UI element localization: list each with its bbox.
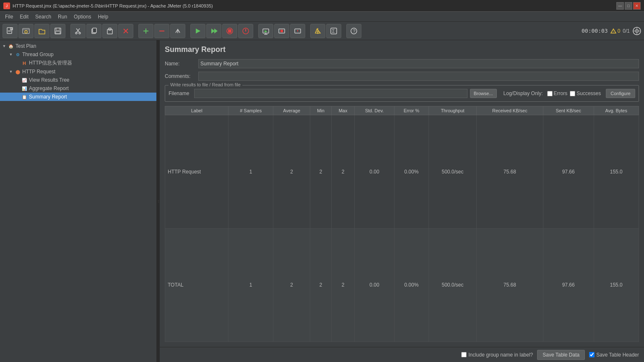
remove-button[interactable] <box>154 24 169 38</box>
include-group-checkbox[interactable] <box>461 352 467 357</box>
table-cell: 0.00 <box>355 115 394 229</box>
comments-input[interactable] <box>198 72 639 81</box>
new-button[interactable] <box>3 24 18 38</box>
comments-row: Comments: <box>165 72 639 81</box>
name-row: Name: <box>165 59 639 68</box>
table-cell: 0.00 <box>355 228 394 342</box>
svg-rect-15 <box>93 28 96 33</box>
table-cell: 97.66 <box>543 228 594 342</box>
help-button[interactable]: ? <box>346 24 361 38</box>
window-controls: — □ ✕ <box>616 2 641 10</box>
col-error-pct: Error % <box>394 106 429 115</box>
file-section-legend: Write results to file / Read from file <box>169 82 242 87</box>
browse-button[interactable]: Browse... <box>470 89 497 98</box>
data-table: Label # Samples Average Min Max Std. Dev… <box>165 106 639 342</box>
clear-button[interactable] <box>310 24 325 38</box>
svg-text:?: ? <box>353 28 356 34</box>
table-cell: 2 <box>273 115 310 229</box>
name-label: Name: <box>165 61 198 67</box>
file-row: Filename Browse... Log/Display Only: Err… <box>169 89 635 98</box>
sidebar-item-summary-report[interactable]: ▶ 📋 Summary Report <box>0 93 156 101</box>
run-no-pause-button[interactable] <box>206 24 221 38</box>
svg-point-12 <box>75 32 77 34</box>
col-throughput: Throughput <box>429 106 477 115</box>
open-templates-button[interactable] <box>18 24 34 38</box>
move-up-button[interactable] <box>170 24 185 38</box>
sidebar-item-http-request[interactable]: ▼ ⬤ HTTP Request <box>0 67 156 76</box>
menu-help[interactable]: Help <box>94 13 112 21</box>
table-cell: 0.00% <box>394 228 429 342</box>
add-button[interactable] <box>138 24 153 38</box>
function-helper-button[interactable]: Σ <box>326 24 341 38</box>
filename-input[interactable] <box>194 89 467 98</box>
col-samples: # Samples <box>229 106 273 115</box>
summary-icon: 📋 <box>21 93 28 100</box>
save-table-button[interactable]: Save Table Data <box>537 350 585 360</box>
table-row: TOTAL12220.000.00%500.0/sec75.6897.66155… <box>165 228 639 342</box>
col-max: Max <box>331 106 354 115</box>
table-cell: 75.68 <box>476 228 543 342</box>
menu-file[interactable]: File <box>2 13 16 21</box>
expand-arrow-thread-group: ▼ <box>8 52 13 57</box>
sidebar-item-http-header[interactable]: ▶ H HTTP信息头管理器 <box>0 59 156 67</box>
sep6 <box>342 24 345 38</box>
view-results-icon: 📈 <box>21 77 28 83</box>
stop-button[interactable] <box>222 24 237 38</box>
sep2 <box>134 24 138 38</box>
table-cell: 500.0/sec <box>429 115 477 229</box>
minimize-button[interactable]: — <box>616 2 624 10</box>
menu-run[interactable]: Run <box>55 13 70 21</box>
svg-text:Σ: Σ <box>332 29 335 34</box>
sidebar-item-thread-group[interactable]: ▼ ⚙ Thread Group <box>0 50 156 59</box>
toolbar: Σ ? 00:00:03 ! 0 0/1 <box>0 22 644 40</box>
run-button[interactable] <box>190 24 205 38</box>
table-cell: 2 <box>273 228 310 342</box>
save-button[interactable] <box>50 24 65 38</box>
table-cell: 1 <box>229 115 273 229</box>
close-button[interactable]: ✕ <box>633 2 641 10</box>
app-icon: J <box>3 3 10 9</box>
successes-checkbox[interactable] <box>570 91 575 96</box>
cut-button[interactable] <box>70 24 86 38</box>
report-panel: Summary Report Name: Comments: Write res… <box>160 40 644 347</box>
errors-checkbox[interactable] <box>547 91 553 96</box>
sep4 <box>254 24 257 38</box>
remote-shutdown-button[interactable] <box>290 24 305 38</box>
menu-edit[interactable]: Edit <box>16 13 32 21</box>
svg-rect-28 <box>228 29 231 33</box>
configure-button[interactable]: Configure <box>606 89 635 98</box>
table-cell: 2 <box>331 228 354 342</box>
delete-button[interactable] <box>118 24 133 38</box>
file-section: Write results to file / Read from file F… <box>165 85 639 102</box>
copy-button[interactable] <box>86 24 101 38</box>
sidebar-item-view-results[interactable]: ▶ 📈 View Results Tree <box>0 76 156 84</box>
sidebar-item-aggregate-report[interactable]: ▶ 📊 Aggregate Report <box>0 84 156 93</box>
thread-group-icon: ⚙ <box>14 51 21 58</box>
col-sent-kb: Sent KB/sec <box>543 106 594 115</box>
bottom-bar: Include group name in label? Save Table … <box>160 347 644 362</box>
menu-options[interactable]: Options <box>70 13 94 21</box>
col-average: Average <box>273 106 310 115</box>
sidebar: ▼ 🏠 Test Plan ▼ ⚙ Thread Group ▶ H HTTP信… <box>0 40 157 362</box>
panel-title: Summary Report <box>165 45 639 54</box>
expand-arrow-test-plan: ▼ <box>2 44 7 49</box>
name-input[interactable] <box>198 59 639 68</box>
remote-stop-button[interactable] <box>274 24 289 38</box>
menu-search[interactable]: Search <box>32 13 55 21</box>
comments-label: Comments: <box>165 73 198 79</box>
sidebar-item-test-plan[interactable]: ▼ 🏠 Test Plan <box>0 42 156 50</box>
menu-bar: File Edit Search Run Options Help <box>0 12 644 22</box>
sep1 <box>66 24 70 38</box>
open-button[interactable] <box>34 24 49 38</box>
paste-button[interactable] <box>102 24 117 38</box>
save-header-checkbox[interactable] <box>589 352 595 357</box>
remote-run-button[interactable] <box>258 24 273 38</box>
svg-marker-25 <box>211 28 215 34</box>
expand-arrow-http-request: ▼ <box>8 69 13 74</box>
shutdown-button[interactable] <box>238 24 253 38</box>
filename-label: Filename <box>169 90 192 96</box>
col-label: Label <box>165 106 229 115</box>
sep3 <box>186 24 190 38</box>
maximize-button[interactable]: □ <box>625 2 632 10</box>
table-cell: 75.68 <box>476 115 543 229</box>
